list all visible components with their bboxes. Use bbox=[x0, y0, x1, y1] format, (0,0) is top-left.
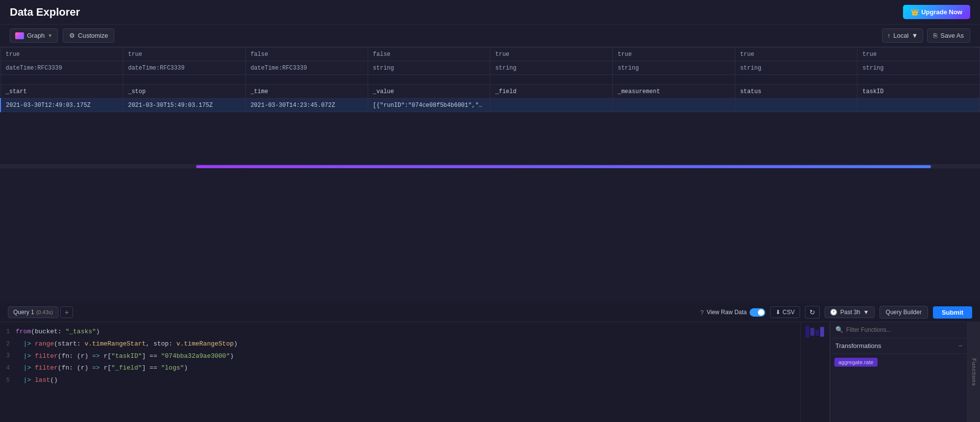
code-line-5: 5 |> last() bbox=[0, 374, 800, 387]
cell-bool-4: false bbox=[368, 48, 490, 61]
table-row-empty bbox=[0, 75, 980, 85]
svg-rect-2 bbox=[815, 330, 819, 336]
cell-data-start: 2021-03-30T12:49:03.175Z bbox=[0, 99, 123, 112]
function-search-input[interactable] bbox=[846, 326, 962, 333]
chevron-down-icon: ▼ bbox=[863, 309, 869, 316]
query-bar: Query 1 (0.43s) + ? View Raw Data ⬇ CSV … bbox=[0, 303, 980, 322]
col-header-field: _field bbox=[490, 85, 613, 99]
customize-button[interactable]: ⚙ Customize bbox=[63, 28, 114, 43]
app-title: Data Explorer bbox=[10, 6, 80, 19]
cell-bool-1: true bbox=[0, 48, 123, 61]
local-dropdown[interactable]: ↑ Local ▼ bbox=[882, 28, 923, 43]
cell-type-4: string bbox=[368, 61, 490, 75]
cell-type-2: dateTime:RFC3339 bbox=[123, 61, 246, 75]
csv-button[interactable]: ⬇ CSV bbox=[770, 306, 800, 318]
code-line-4: 4 |> filter(fn: (r) => r["_field"] == "l… bbox=[0, 362, 800, 374]
col-header-status: status bbox=[735, 85, 857, 99]
view-raw-label: View Raw Data bbox=[706, 309, 747, 316]
functions-sidebar: 🔍 Transformations — aggregate.rate bbox=[830, 322, 967, 422]
functions-right-tab[interactable]: Functions bbox=[967, 322, 980, 422]
transformations-section-title: Transformations bbox=[835, 342, 881, 349]
crown-icon: 👑 bbox=[911, 8, 919, 16]
table-row-data[interactable]: 2021-03-30T12:49:03.175Z 2021-03-30T15:4… bbox=[0, 99, 980, 112]
cell-type-6: string bbox=[612, 61, 735, 75]
editor-widget-icon bbox=[805, 326, 825, 339]
cell-bool-5: true bbox=[490, 48, 613, 61]
graph-icon bbox=[15, 32, 24, 39]
function-search-bar: 🔍 bbox=[830, 322, 967, 338]
col-header-time: _time bbox=[245, 85, 368, 99]
col-header-value: _value bbox=[368, 85, 490, 99]
col-header-stop: _stop bbox=[123, 85, 246, 99]
query-tab-time: (0.43s) bbox=[36, 309, 53, 315]
cell-data-field bbox=[490, 99, 613, 112]
query-tabs: Query 1 (0.43s) + bbox=[8, 306, 73, 318]
cell-type-7: string bbox=[735, 61, 857, 75]
code-editor[interactable]: 1 from(bucket: "_tasks") 2 |> range(star… bbox=[0, 322, 801, 422]
col-header-taskid: taskID bbox=[857, 85, 980, 99]
cell-data-stop: 2021-03-30T15:49:03.175Z bbox=[123, 99, 246, 112]
svg-rect-3 bbox=[820, 327, 824, 337]
upgrade-button[interactable]: 👑 Upgrade Now bbox=[903, 5, 970, 19]
table-row-bool: true true false false true true true tru… bbox=[0, 48, 980, 61]
fn-tag-aggregate-rate[interactable]: aggregate.rate bbox=[834, 358, 878, 367]
query-tab-1[interactable]: Query 1 (0.43s) bbox=[8, 306, 58, 318]
search-icon: 🔍 bbox=[835, 326, 843, 334]
query-builder-button[interactable]: Query Builder bbox=[879, 306, 928, 319]
cell-type-8: string bbox=[857, 61, 980, 75]
cell-type-1: dateTime:RFC3339 bbox=[0, 61, 123, 75]
submit-button[interactable]: Submit bbox=[933, 306, 972, 319]
download-icon: ⬇ bbox=[776, 309, 780, 316]
transformations-section-header[interactable]: Transformations — bbox=[830, 338, 967, 354]
cell-bool-3: false bbox=[245, 48, 368, 61]
cell-data-value: [{"runID":"074ce08f5b4b6001","time":"202… bbox=[368, 99, 490, 112]
svg-rect-1 bbox=[810, 328, 814, 336]
bottom-section: Query 1 (0.43s) + ? View Raw Data ⬇ CSV … bbox=[0, 303, 980, 422]
upload-icon: ↑ bbox=[887, 32, 891, 39]
table-area: true true false false true true true tru… bbox=[0, 47, 980, 165]
code-line-1: 1 from(bucket: "_tasks") bbox=[0, 326, 800, 338]
header: Data Explorer 👑 Upgrade Now bbox=[0, 0, 980, 25]
cell-type-3: dateTime:RFC3339 bbox=[245, 61, 368, 75]
editor-sidebar: 1 from(bucket: "_tasks") 2 |> range(star… bbox=[0, 322, 980, 422]
scroll-track bbox=[0, 165, 980, 169]
graph-dropdown[interactable]: Graph ▼ bbox=[10, 28, 58, 43]
cell-data-taskid bbox=[857, 99, 980, 112]
code-line-2: 2 |> range(start: v.timeRangeStart, stop… bbox=[0, 338, 800, 350]
save-icon: ⎘ bbox=[933, 32, 937, 39]
cell-bool-8: true bbox=[857, 48, 980, 61]
refresh-button[interactable]: ↻ bbox=[805, 306, 820, 319]
code-line-3: 3 |> filter(fn: (r) => r["taskID"] == "0… bbox=[0, 350, 800, 363]
cell-data-measurement bbox=[612, 99, 735, 112]
cell-bool-6: true bbox=[612, 48, 735, 61]
query-tab-label: Query 1 bbox=[13, 309, 34, 316]
cell-bool-2: true bbox=[123, 48, 246, 61]
gear-icon: ⚙ bbox=[69, 32, 75, 39]
chevron-down-icon: ▼ bbox=[48, 33, 52, 38]
horizontal-scrollbar[interactable] bbox=[0, 165, 980, 169]
cell-bool-7: true bbox=[735, 48, 857, 61]
data-table: true true false false true true true tru… bbox=[0, 47, 980, 112]
save-as-button[interactable]: ⎘ Save As bbox=[927, 28, 970, 43]
cell-data-time: 2021-03-30T14:23:45.072Z bbox=[245, 99, 368, 112]
view-raw-toggle-group: ? View Raw Data bbox=[700, 308, 765, 317]
chevron-down-icon: ▼ bbox=[911, 32, 918, 39]
editor-icon-bar bbox=[801, 322, 830, 422]
table-row-header: _start _stop _time _value _field _measur… bbox=[0, 85, 980, 99]
query-controls: ? View Raw Data ⬇ CSV ↻ 🕐 Past 3h ▼ Quer… bbox=[700, 306, 972, 319]
scroll-thumb[interactable] bbox=[196, 165, 931, 168]
view-raw-toggle[interactable] bbox=[750, 308, 765, 317]
toolbar-left: Graph ▼ ⚙ Customize bbox=[10, 28, 114, 43]
toolbar: Graph ▼ ⚙ Customize ↑ Local ▼ ⎘ Save As bbox=[0, 25, 980, 47]
col-header-start: _start bbox=[0, 85, 123, 99]
time-range-dropdown[interactable]: 🕐 Past 3h ▼ bbox=[825, 306, 875, 318]
col-header-measurement: _measurement bbox=[612, 85, 735, 99]
help-icon: ? bbox=[700, 309, 704, 316]
collapse-icon: — bbox=[959, 343, 962, 349]
cell-type-5: string bbox=[490, 61, 613, 75]
main-content: true true false false true true true tru… bbox=[0, 47, 980, 422]
svg-rect-0 bbox=[805, 326, 809, 338]
table-row-type: dateTime:RFC3339 dateTime:RFC3339 dateTi… bbox=[0, 61, 980, 75]
add-query-button[interactable]: + bbox=[60, 306, 73, 318]
cell-data-status bbox=[735, 99, 857, 112]
